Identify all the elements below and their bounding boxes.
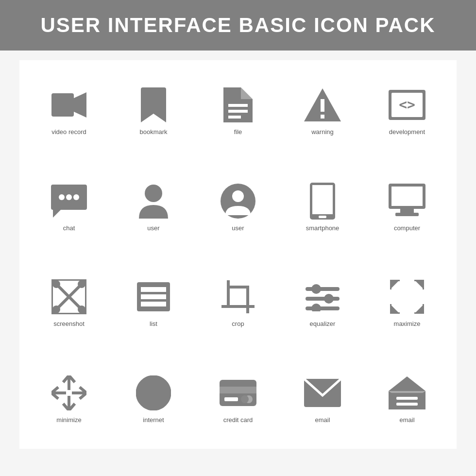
video-record-label: video record xyxy=(51,128,86,136)
internet-icon xyxy=(134,374,173,412)
minimize-icon xyxy=(50,374,88,412)
icon-item-email-closed: email xyxy=(283,353,362,444)
bookmark-icon xyxy=(134,85,173,124)
svg-point-60 xyxy=(241,395,249,403)
chat-label: chat xyxy=(63,224,75,232)
icon-item-email-open: email xyxy=(367,353,447,444)
warning-label: warning xyxy=(311,128,334,136)
user-silhouette-icon xyxy=(134,182,173,221)
svg-rect-24 xyxy=(395,213,419,216)
user-circle-icon xyxy=(219,182,257,221)
svg-rect-35 xyxy=(141,302,166,306)
email-open-label: email xyxy=(399,416,414,424)
list-label: list xyxy=(150,320,157,327)
svg-rect-23 xyxy=(400,209,414,213)
icon-item-smartphone: smartphone xyxy=(283,161,362,253)
chat-icon xyxy=(50,182,88,221)
svg-point-13 xyxy=(66,194,72,200)
svg-rect-33 xyxy=(141,287,166,292)
svg-point-42 xyxy=(311,284,321,294)
svg-point-31 xyxy=(78,306,85,313)
icon-item-user-circle: user xyxy=(198,161,278,253)
svg-rect-20 xyxy=(319,216,326,218)
svg-point-46 xyxy=(311,304,321,311)
crop-icon xyxy=(219,277,257,316)
equalizer-label: equalizer xyxy=(310,320,336,327)
svg-rect-4 xyxy=(228,110,248,113)
icon-item-maximize: maximize xyxy=(367,257,447,348)
icon-item-screenshot: screenshot xyxy=(29,257,109,348)
svg-point-15 xyxy=(145,185,162,202)
svg-point-28 xyxy=(52,280,60,288)
computer-icon xyxy=(388,182,426,221)
icon-item-development: <> development xyxy=(367,65,447,156)
email-closed-icon xyxy=(303,374,342,412)
svg-rect-41 xyxy=(306,287,340,291)
svg-rect-64 xyxy=(396,397,418,400)
svg-point-12 xyxy=(59,194,65,200)
svg-point-44 xyxy=(324,294,334,304)
svg-rect-38 xyxy=(228,287,248,306)
header: USER INTERFACE BASIC ICON PACK xyxy=(0,0,476,51)
user-silhouette-label: user xyxy=(147,224,159,232)
icon-item-minimize: minimize xyxy=(29,353,109,444)
svg-text:<>: <> xyxy=(399,97,415,113)
maximize-icon xyxy=(388,277,426,316)
svg-rect-7 xyxy=(321,99,324,112)
screenshot-label: screenshot xyxy=(53,320,85,327)
svg-marker-2 xyxy=(241,87,253,99)
file-label: file xyxy=(234,128,242,136)
crop-label: crop xyxy=(232,320,244,327)
internet-label: internet xyxy=(143,416,164,424)
icon-item-warning: warning xyxy=(283,65,362,156)
computer-label: computer xyxy=(394,224,420,232)
svg-rect-63 xyxy=(391,393,423,409)
email-open-icon xyxy=(388,374,426,412)
icon-item-credit-card: credit card xyxy=(198,353,278,444)
svg-rect-58 xyxy=(224,397,238,401)
icon-item-bookmark: bookmark xyxy=(114,65,193,156)
icon-item-equalizer: equalizer xyxy=(283,257,362,348)
minimize-label: minimize xyxy=(56,416,81,424)
svg-point-17 xyxy=(232,190,244,202)
file-icon xyxy=(219,85,257,124)
svg-point-30 xyxy=(52,306,60,313)
icon-item-video-record: video record xyxy=(29,65,109,156)
svg-rect-19 xyxy=(312,185,333,214)
svg-rect-8 xyxy=(321,115,324,119)
page-title: USER INTERFACE BASIC ICON PACK xyxy=(10,14,466,37)
svg-rect-34 xyxy=(141,294,166,299)
icon-item-user-silhouette: user xyxy=(114,161,193,253)
svg-rect-43 xyxy=(306,297,340,301)
svg-rect-5 xyxy=(228,116,241,119)
video-record-icon xyxy=(50,85,88,124)
icon-item-computer: computer xyxy=(367,161,447,253)
svg-point-14 xyxy=(73,194,79,200)
icon-item-chat: chat xyxy=(29,161,109,253)
svg-point-29 xyxy=(78,280,85,288)
credit-card-icon xyxy=(219,374,257,412)
equalizer-icon xyxy=(303,277,342,316)
icon-item-crop: crop xyxy=(198,257,278,348)
user-circle-label: user xyxy=(232,224,244,232)
icon-item-internet: internet xyxy=(114,353,193,444)
svg-rect-0 xyxy=(51,93,74,117)
maximize-label: maximize xyxy=(394,320,421,327)
svg-rect-65 xyxy=(396,403,418,406)
list-icon xyxy=(134,277,173,316)
development-label: development xyxy=(389,128,425,136)
bookmark-label: bookmark xyxy=(139,128,167,136)
svg-rect-45 xyxy=(306,306,340,310)
warning-icon xyxy=(303,85,342,124)
svg-rect-22 xyxy=(391,187,423,206)
screenshot-icon xyxy=(50,277,88,316)
svg-marker-1 xyxy=(74,92,86,118)
icon-item-file: file xyxy=(198,65,278,156)
icons-grid: video record bookmark file xyxy=(19,60,457,449)
credit-card-label: credit card xyxy=(223,416,253,424)
icon-item-list: list xyxy=(114,257,193,348)
development-icon: <> xyxy=(388,85,426,124)
svg-rect-57 xyxy=(220,387,256,393)
svg-rect-3 xyxy=(228,104,248,107)
smartphone-icon xyxy=(303,182,342,221)
